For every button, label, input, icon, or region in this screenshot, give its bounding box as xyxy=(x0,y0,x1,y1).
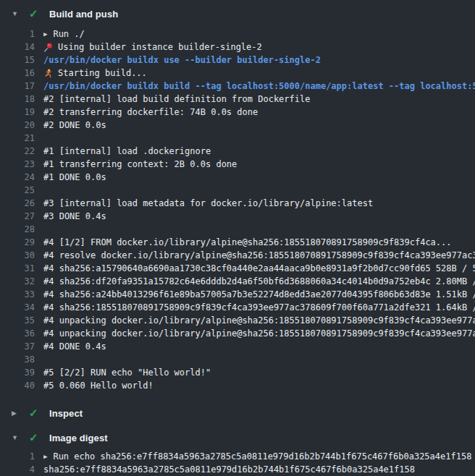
log-text: #4 [1/2] FROM docker.io/library/alpine@s… xyxy=(43,236,475,249)
success-check-icon: ✓ xyxy=(29,4,42,23)
log-text: ▶Run echo sha256:e7ff8834a5963a2785c5a08… xyxy=(43,450,475,463)
log-text: Using builder instance builder-single-2 xyxy=(43,41,475,54)
line-number[interactable]: 33 xyxy=(0,288,35,301)
section-title: Image digest xyxy=(49,433,108,443)
log-line: 4sha256:e7ff8834a5963a2785c5a0811e979d16… xyxy=(0,463,475,476)
log-line: 38 xyxy=(0,353,475,366)
log-text: #2 transferring dockerfile: 74B 0.0s don… xyxy=(43,106,475,119)
line-number[interactable]: 16 xyxy=(0,67,35,80)
line-number[interactable]: 23 xyxy=(0,158,35,171)
log-text: #2 DONE 0.0s xyxy=(43,119,475,132)
log-line: 20#2 DONE 0.0s xyxy=(0,119,475,132)
section-gap xyxy=(0,422,475,428)
expand-arrow-icon[interactable]: ▶ xyxy=(43,450,47,463)
log-text: /usr/bin/docker buildx build --tag local… xyxy=(43,80,475,93)
log-text-value: #4 DONE 0.4s xyxy=(43,340,106,353)
log-line: 1▶Run echo sha256:e7ff8834a5963a2785c5a0… xyxy=(0,450,475,463)
line-number[interactable]: 24 xyxy=(0,171,35,184)
line-number[interactable]: 17 xyxy=(0,80,35,93)
log-line: 29#4 [1/2] FROM docker.io/library/alpine… xyxy=(0,236,475,249)
log-line: 31#4 sha256:a15790640a6690aa1730c38cf0a4… xyxy=(0,262,475,275)
line-number[interactable]: 28 xyxy=(0,223,35,236)
log-text-value: #4 sha256:a15790640a6690aa1730c38cf0a440… xyxy=(43,262,475,275)
log-text: #4 sha256:df20fa9351a15782c64e6dddb2d4a6… xyxy=(43,275,475,288)
log-text-value: #2 transferring dockerfile: 74B 0.0s don… xyxy=(43,106,258,119)
log-lines-build-and-push: 1▶Run ./14Using builder instance builder… xyxy=(0,27,475,392)
log-line: 27#3 DONE 0.4s xyxy=(0,210,475,223)
log-text-value: #2 DONE 0.0s xyxy=(43,119,106,132)
line-number[interactable]: 25 xyxy=(0,184,35,197)
line-number[interactable]: 1 xyxy=(0,27,35,41)
log-text: #4 sha256:a15790640a6690aa1730c38cf0a440… xyxy=(43,262,475,275)
log-text xyxy=(43,223,475,236)
section-header-build-and-push[interactable]: ▼ ✓ Build and push xyxy=(0,4,475,23)
line-number[interactable]: 27 xyxy=(0,210,35,223)
log-line: 33#4 sha256:a24bb4013296f61e89ba57005a7b… xyxy=(0,288,475,301)
log-text: #1 [internal] load .dockerignore xyxy=(43,145,475,158)
log-text: #2 [internal] load build definition from… xyxy=(43,93,475,106)
line-number[interactable]: 1 xyxy=(0,450,35,463)
log-text-value: sha256:e7ff8834a5963a2785c5a0811e979d16b… xyxy=(43,463,415,476)
log-line: 37#4 DONE 0.4s xyxy=(0,340,475,353)
line-number[interactable]: 21 xyxy=(0,132,35,145)
log-line: 25 xyxy=(0,184,475,197)
line-number[interactable]: 18 xyxy=(0,93,35,106)
collapse-triangle-icon[interactable]: ▼ xyxy=(12,4,23,23)
log-text-value: #4 [1/2] FROM docker.io/library/alpine@s… xyxy=(43,236,452,249)
log-text: ▶Run ./ xyxy=(43,27,475,41)
line-number[interactable]: 35 xyxy=(0,314,35,327)
log-text: Starting build... xyxy=(43,67,475,80)
log-line: 14Using builder instance builder-single-… xyxy=(0,41,475,54)
success-check-icon: ✓ xyxy=(29,428,42,447)
log-text-value: #5 [2/2] RUN echo "Hello world!" xyxy=(43,366,211,379)
collapse-triangle-icon[interactable]: ▶ xyxy=(12,404,23,422)
line-number[interactable]: 14 xyxy=(0,41,35,54)
line-number[interactable]: 40 xyxy=(0,379,35,392)
log-text-value: #1 DONE 0.0s xyxy=(43,171,106,184)
line-number[interactable]: 19 xyxy=(0,106,35,119)
log-line: 40#5 0.060 Hello world! xyxy=(0,379,475,392)
line-number[interactable]: 29 xyxy=(0,236,35,249)
log-text: #4 resolve docker.io/library/alpine@sha2… xyxy=(43,249,475,262)
line-number[interactable]: 34 xyxy=(0,301,35,314)
line-number[interactable]: 36 xyxy=(0,327,35,340)
line-number[interactable]: 39 xyxy=(0,366,35,379)
line-number[interactable]: 4 xyxy=(0,463,35,476)
log-text-value: /usr/bin/docker buildx use --builder bui… xyxy=(43,54,321,67)
line-number[interactable]: 38 xyxy=(0,353,35,366)
section-title: Inspect xyxy=(49,408,83,419)
log-text: #4 sha256:185518070891758909c9f839cf4ca3… xyxy=(43,301,475,314)
log-text xyxy=(43,132,475,145)
line-number[interactable]: 20 xyxy=(0,119,35,132)
line-number[interactable]: 26 xyxy=(0,197,35,210)
log-line: 34#4 sha256:185518070891758909c9f839cf4c… xyxy=(0,301,475,314)
line-number[interactable]: 30 xyxy=(0,249,35,262)
log-text-value: Starting build... xyxy=(58,67,147,80)
line-number[interactable]: 31 xyxy=(0,262,35,275)
log-text xyxy=(43,184,475,197)
log-line: 24#1 DONE 0.0s xyxy=(0,171,475,184)
log-text-value: #4 sha256:a24bb4013296f61e89ba57005a7b3e… xyxy=(43,288,475,301)
log-text-value: #5 0.060 Hello world! xyxy=(43,379,154,392)
line-number[interactable]: 32 xyxy=(0,275,35,288)
log-text: #4 unpacking docker.io/library/alpine@sh… xyxy=(43,327,475,340)
log-line: 19#2 transferring dockerfile: 74B 0.0s d… xyxy=(0,106,475,119)
line-number[interactable]: 15 xyxy=(0,54,35,67)
log-text: #1 transferring context: 2B 0.0s done xyxy=(43,158,475,171)
log-line: 17/usr/bin/docker buildx build --tag loc… xyxy=(0,80,475,93)
line-number[interactable]: 37 xyxy=(0,340,35,353)
log-text-value: #4 sha256:df20fa9351a15782c64e6dddb2d4a6… xyxy=(43,275,475,288)
line-number[interactable]: 22 xyxy=(0,145,35,158)
log-text: /usr/bin/docker buildx use --builder bui… xyxy=(43,54,475,67)
log-text: #3 DONE 0.4s xyxy=(43,210,475,223)
log-line: 1▶Run ./ xyxy=(0,27,475,41)
collapse-triangle-icon[interactable]: ▼ xyxy=(12,428,23,447)
log-text-value: #4 unpacking docker.io/library/alpine@sh… xyxy=(43,327,475,340)
log-text: #4 sha256:a24bb4013296f61e89ba57005a7b3e… xyxy=(43,288,475,301)
log-line: 30#4 resolve docker.io/library/alpine@sh… xyxy=(0,249,475,262)
section-title: Build and push xyxy=(49,9,118,20)
section-header-inspect[interactable]: ▶ ✓ Inspect xyxy=(0,404,475,422)
log-text-value: #1 [internal] load .dockerignore xyxy=(43,145,211,158)
section-header-image-digest[interactable]: ▼ ✓ Image digest xyxy=(0,428,475,447)
expand-arrow-icon[interactable]: ▶ xyxy=(43,27,47,41)
